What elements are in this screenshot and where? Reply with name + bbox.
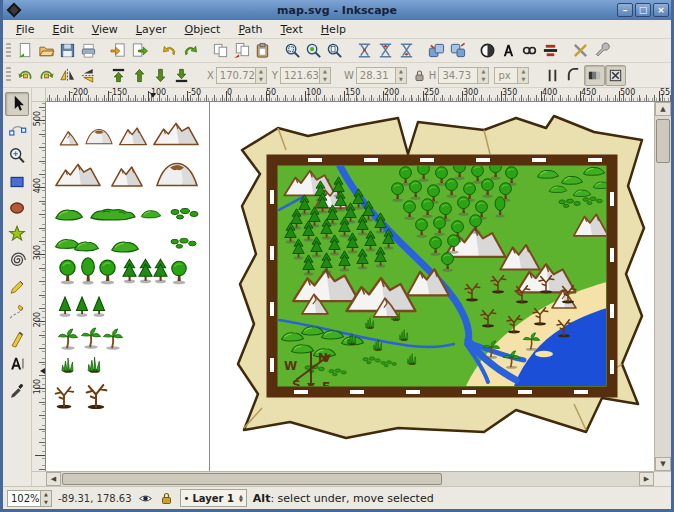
horizontal-scrollbar[interactable]: ◀ ▶: [46, 471, 654, 486]
zoom-tool[interactable]: [5, 144, 29, 168]
hourglass-3-icon[interactable]: [396, 40, 417, 61]
unit-select[interactable]: px▲▼: [494, 67, 529, 84]
symbol-palette: [56, 123, 198, 409]
document-preferences-icon[interactable]: [591, 40, 612, 61]
vertical-scrollbar[interactable]: ▲ ▼: [654, 102, 671, 471]
menu-object[interactable]: Object: [176, 21, 230, 38]
zoom-drawing-icon[interactable]: [303, 40, 324, 61]
spin-up-icon[interactable]: ▲: [518, 68, 528, 76]
inkscape-preferences-icon[interactable]: [570, 40, 591, 61]
close-button[interactable]: ×: [653, 3, 669, 17]
horizontal-scrollbar-trough[interactable]: [61, 472, 639, 486]
y-input[interactable]: 121.63▲▼: [280, 67, 331, 84]
ungroup-icon[interactable]: [447, 40, 468, 61]
spin-down-icon[interactable]: ▼: [478, 75, 488, 83]
dropper-tool[interactable]: [5, 378, 29, 402]
maximize-button[interactable]: □: [635, 3, 651, 17]
spin-down-icon[interactable]: ▼: [41, 498, 51, 506]
rotate-90-cw-icon[interactable]: [36, 65, 57, 86]
vertical-scrollbar-thumb[interactable]: [656, 119, 670, 163]
menu-view[interactable]: View: [83, 21, 127, 38]
menu-file[interactable]: File: [7, 21, 43, 38]
ellipse-tool[interactable]: [5, 196, 29, 220]
star-tool[interactable]: [5, 222, 29, 246]
redo-icon[interactable]: [180, 40, 201, 61]
hourglass-1-icon[interactable]: [354, 40, 375, 61]
zoom-input[interactable]: 102% ▲▼: [7, 490, 52, 507]
minimize-button[interactable]: –: [617, 3, 633, 17]
paste-icon[interactable]: [252, 40, 273, 61]
group-icon[interactable]: [426, 40, 447, 61]
move-gradients-toggle[interactable]: [584, 65, 605, 86]
scale-stroke-toggle[interactable]: [542, 65, 563, 86]
lower-to-bottom-icon[interactable]: [171, 65, 192, 86]
zoom-selection-icon[interactable]: [282, 40, 303, 61]
scroll-left-icon[interactable]: ◀: [46, 472, 61, 486]
x-input[interactable]: 170.72▲▼: [216, 67, 267, 84]
import-document-icon[interactable]: [108, 40, 129, 61]
toolbar-drag-handle[interactable]: [6, 67, 11, 83]
pencil-tool[interactable]: [5, 274, 29, 298]
hruler-label: 450: [581, 88, 596, 97]
calligraphy-tool[interactable]: [5, 326, 29, 350]
horizontal-ruler[interactable]: -200 -150 -100 -50 0 50 100 150 200 250 …: [46, 88, 671, 102]
hourglass-2-icon[interactable]: [375, 40, 396, 61]
text-dialog-icon[interactable]: [498, 40, 519, 61]
rotate-90-ccw-icon[interactable]: [15, 65, 36, 86]
spin-down-icon[interactable]: ▼: [518, 75, 528, 83]
vertical-ruler[interactable]: 500 400 300 200 100: [32, 102, 46, 471]
scroll-right-icon[interactable]: ▶: [639, 472, 654, 486]
menu-edit[interactable]: Edit: [43, 21, 82, 38]
spin-up-icon[interactable]: ▲: [256, 68, 266, 76]
save-document-icon[interactable]: [57, 40, 78, 61]
menu-help[interactable]: Help: [312, 21, 355, 38]
spin-down-icon[interactable]: ▼: [396, 75, 406, 83]
fill-and-stroke-dialog-icon[interactable]: [477, 40, 498, 61]
spin-up-icon[interactable]: ▲: [41, 491, 51, 499]
copy-icon[interactable]: [210, 40, 231, 61]
flip-vertical-icon[interactable]: [78, 65, 99, 86]
menu-path[interactable]: Path: [229, 21, 271, 38]
open-document-icon[interactable]: [36, 40, 57, 61]
undo-icon[interactable]: [159, 40, 180, 61]
toolbar-drag-handle[interactable]: [6, 43, 11, 59]
vertical-scrollbar-trough[interactable]: [655, 116, 671, 457]
spiral-tool[interactable]: [5, 248, 29, 272]
node-editor-tool[interactable]: [5, 118, 29, 142]
menu-layer[interactable]: Layer: [127, 21, 176, 38]
horizontal-scrollbar-thumb[interactable]: [62, 473, 442, 485]
duplicate-icon[interactable]: [231, 40, 252, 61]
export-bitmap-icon[interactable]: [129, 40, 150, 61]
scroll-down-icon[interactable]: ▼: [655, 457, 671, 471]
spin-up-icon[interactable]: ▲: [396, 68, 406, 76]
new-document-icon[interactable]: [15, 40, 36, 61]
selector-tool[interactable]: [5, 92, 29, 116]
canvas-drawing[interactable]: W N S E: [46, 102, 654, 471]
spin-down-icon[interactable]: ▼: [320, 75, 330, 83]
spin-down-icon[interactable]: ▼: [256, 75, 266, 83]
layer-lock-icon[interactable]: [159, 491, 174, 506]
pen-tool[interactable]: [5, 300, 29, 324]
print-document-icon[interactable]: [78, 40, 99, 61]
canvas[interactable]: W N S E: [46, 102, 654, 471]
spin-up-icon[interactable]: ▲: [478, 68, 488, 76]
raise-to-top-icon[interactable]: [108, 65, 129, 86]
align-dialog-icon[interactable]: [540, 40, 561, 61]
zoom-page-icon[interactable]: [324, 40, 345, 61]
h-input[interactable]: 34.73▲▼: [438, 67, 489, 84]
scroll-up-icon[interactable]: ▲: [655, 102, 671, 116]
text-tool[interactable]: [5, 352, 29, 376]
w-input[interactable]: 28.31▲▼: [356, 67, 407, 84]
menu-text[interactable]: Text: [272, 21, 312, 38]
layer-selector[interactable]: • Layer 1 ▲▼: [180, 489, 247, 507]
layer-visibility-eye-icon[interactable]: [138, 491, 153, 506]
move-patterns-toggle[interactable]: [605, 65, 626, 86]
flip-horizontal-icon[interactable]: [57, 65, 78, 86]
raise-icon[interactable]: [129, 65, 150, 86]
spin-up-icon[interactable]: ▲: [320, 68, 330, 76]
scale-corners-toggle[interactable]: [563, 65, 584, 86]
lower-icon[interactable]: [150, 65, 171, 86]
xml-editor-icon[interactable]: [519, 40, 540, 61]
lock-ratio-icon[interactable]: [412, 68, 427, 83]
rectangle-tool[interactable]: [5, 170, 29, 194]
